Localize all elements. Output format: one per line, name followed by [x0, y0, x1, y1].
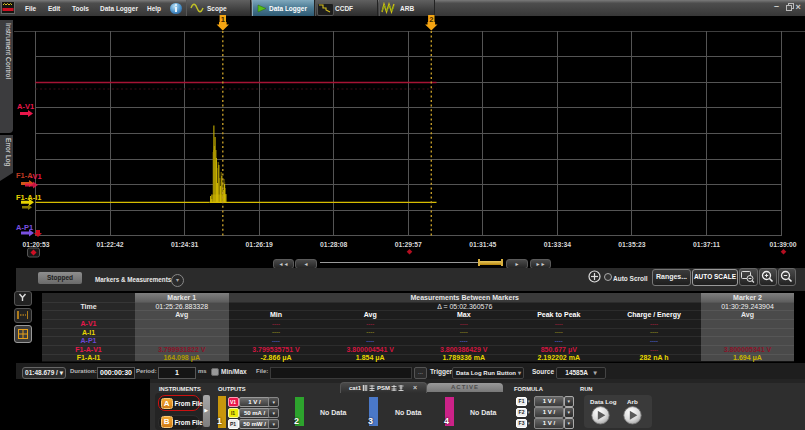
svg-text:-V1: -V1: [30, 172, 42, 181]
svg-text:A-V1: A-V1: [17, 102, 34, 111]
svg-text:01:29:57: 01:29:57: [395, 241, 422, 248]
svg-text:01:35:23: 01:35:23: [618, 241, 645, 248]
svg-text:01:31:45: 01:31:45: [469, 241, 496, 248]
svg-text:01:33:34: 01:33:34: [544, 241, 571, 248]
svg-text:01:22:42: 01:22:42: [96, 241, 123, 248]
svg-text:F1-A-I1: F1-A-I1: [16, 193, 41, 202]
svg-text:01:37:11: 01:37:11: [693, 241, 720, 248]
svg-text:01:24:31: 01:24:31: [171, 241, 198, 248]
svg-text:01:20:53: 01:20:53: [22, 241, 49, 248]
svg-text:01:28:08: 01:28:08: [320, 241, 347, 248]
svg-text:01:26:19: 01:26:19: [246, 241, 273, 248]
svg-text:01:39:00: 01:39:00: [769, 241, 796, 248]
